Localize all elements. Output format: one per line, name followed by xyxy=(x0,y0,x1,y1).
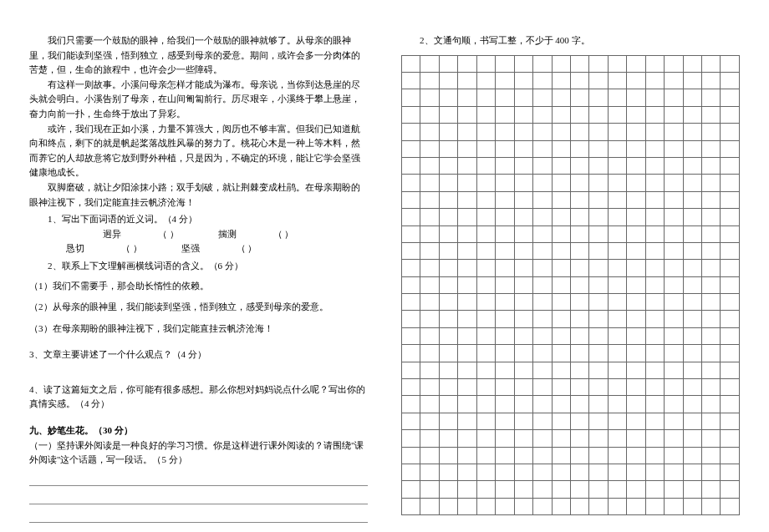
grid-cell xyxy=(402,413,420,429)
grid-cell xyxy=(721,277,738,293)
grid-cell xyxy=(440,294,458,310)
grid-cell xyxy=(665,243,683,259)
grid-cell xyxy=(646,499,665,514)
grid-cell xyxy=(477,175,496,190)
grid-cell xyxy=(553,311,571,327)
grid-cell xyxy=(420,328,439,344)
grid-cell xyxy=(440,56,458,72)
grid-cell xyxy=(571,209,589,225)
grid-cell xyxy=(721,311,738,327)
grid-cell xyxy=(589,311,608,327)
grid-cell xyxy=(440,243,458,259)
grid-row xyxy=(402,328,739,345)
grid-cell xyxy=(420,260,439,276)
grid-cell xyxy=(646,311,665,327)
grid-cell xyxy=(721,464,738,480)
grid-cell xyxy=(721,481,738,497)
grid-cell xyxy=(627,396,645,412)
grid-cell xyxy=(609,448,627,464)
grid-cell xyxy=(477,209,496,225)
grid-cell xyxy=(458,209,476,225)
grid-cell xyxy=(721,396,738,412)
grid-cell xyxy=(702,141,721,157)
grid-cell xyxy=(458,430,476,446)
grid-cell xyxy=(684,396,702,412)
grid-cell xyxy=(609,481,627,497)
grid-cell xyxy=(589,141,608,157)
grid-cell xyxy=(571,379,589,395)
grid-cell xyxy=(420,56,439,72)
grid-cell xyxy=(571,73,589,89)
grid-cell xyxy=(665,158,683,174)
grid-cell xyxy=(440,362,458,378)
grid-cell xyxy=(477,464,496,480)
grid-cell xyxy=(402,481,420,497)
grid-cell xyxy=(609,56,627,72)
grid-cell xyxy=(702,158,721,174)
grid-cell xyxy=(515,464,533,480)
grid-cell xyxy=(458,124,476,139)
grid-row xyxy=(402,56,739,73)
grid-cell xyxy=(553,56,571,72)
grid-cell xyxy=(458,294,476,310)
grid-cell xyxy=(402,294,420,310)
grid-cell xyxy=(571,311,589,327)
grid-cell xyxy=(684,294,702,310)
grid-cell xyxy=(571,277,589,293)
grid-cell xyxy=(571,464,589,480)
grid-cell xyxy=(402,107,420,123)
grid-cell xyxy=(533,175,552,190)
grid-cell xyxy=(627,260,645,276)
grid-cell xyxy=(627,56,645,72)
grid-cell xyxy=(609,124,627,139)
grid-cell xyxy=(646,226,665,242)
grid-cell xyxy=(627,481,645,497)
grid-cell xyxy=(477,73,496,89)
grid-cell xyxy=(571,124,589,139)
grid-cell xyxy=(627,226,645,242)
grid-cell xyxy=(553,226,571,242)
grid-cell xyxy=(477,413,496,429)
grid-cell xyxy=(609,260,627,276)
grid-cell xyxy=(665,56,683,72)
grid-cell xyxy=(702,396,721,412)
grid-cell xyxy=(420,379,439,395)
grid-cell xyxy=(553,481,571,497)
grid-cell xyxy=(646,345,665,361)
grid-cell xyxy=(571,260,589,276)
grid-cell xyxy=(477,362,496,378)
grid-row xyxy=(402,158,739,175)
grid-cell xyxy=(665,294,683,310)
grid-cell xyxy=(646,175,665,190)
grid-cell xyxy=(420,175,439,190)
q1-word-1: 迥异 xyxy=(103,229,121,239)
grid-cell xyxy=(496,345,514,361)
grid-cell xyxy=(515,430,533,446)
grid-cell xyxy=(627,243,645,259)
grid-cell xyxy=(477,345,496,361)
grid-cell xyxy=(702,311,721,327)
grid-row xyxy=(402,379,739,396)
grid-cell xyxy=(458,56,476,72)
grid-cell xyxy=(702,243,721,259)
grid-cell xyxy=(665,413,683,429)
grid-cell xyxy=(533,430,552,446)
grid-cell xyxy=(402,345,420,361)
grid-cell xyxy=(589,56,608,72)
grid-cell xyxy=(515,260,533,276)
grid-cell xyxy=(646,89,665,105)
grid-cell xyxy=(721,294,738,310)
grid-cell xyxy=(402,192,420,208)
grid-cell xyxy=(496,362,514,378)
grid-cell xyxy=(440,499,458,514)
grid-cell xyxy=(571,294,589,310)
grid-cell xyxy=(571,448,589,464)
grid-cell xyxy=(609,209,627,225)
grid-cell xyxy=(571,107,589,123)
grid-cell xyxy=(665,499,683,514)
grid-cell xyxy=(477,499,496,514)
grid-cell xyxy=(477,379,496,395)
grid-cell xyxy=(420,192,439,208)
grid-cell xyxy=(646,481,665,497)
grid-row xyxy=(402,277,739,294)
